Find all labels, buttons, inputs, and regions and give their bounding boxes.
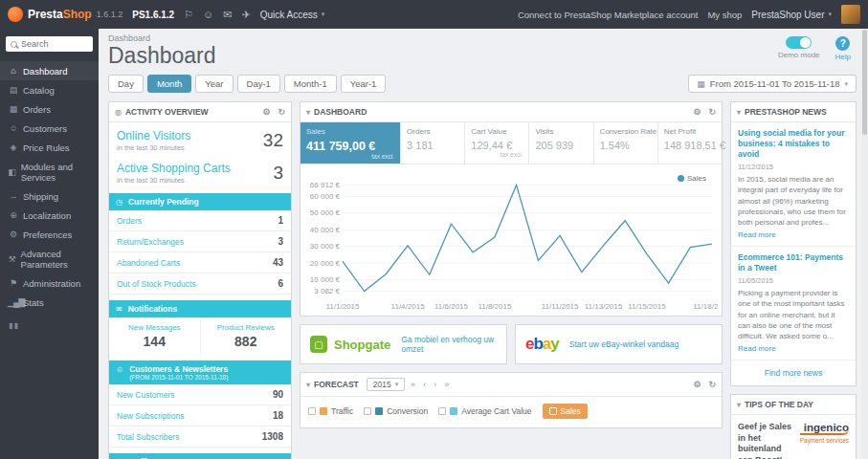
my-shop-link[interactable]: My shop [707,10,742,20]
sidebar-item-modules[interactable]: ◧Modules and Services [0,157,99,186]
scrollbar[interactable] [861,29,868,459]
ebay-letter: b [533,335,542,353]
sidebar-item-shipping[interactable]: →Shipping [0,186,99,206]
row-link[interactable]: Return/Exchanges [117,237,184,247]
kpi-tab-net-profit[interactable]: Net Profit 148 918,51 € [658,122,722,164]
filter-month-1-button[interactable]: Month-1 [284,75,337,93]
find-more-news-link[interactable]: Find more news [731,361,856,385]
prestashop-logo[interactable]: PrestaShop 1.6.1.2 [8,7,122,22]
quick-access-label: Quick Access [260,10,318,20]
marketplace-link[interactable]: Connect to PrestaShop Marketplace accoun… [518,10,699,20]
row-link[interactable]: Orders [117,216,142,226]
online-visitors-link[interactable]: Online Visitors [117,129,190,142]
ebay-promo-link[interactable]: Start uw eBay-winkel vandaag [569,339,679,349]
active-carts-link[interactable]: Active Shopping Carts [117,162,231,175]
tips-of-the-day-panel: ▾ TIPS OF THE DAY Geef je Sales in het b… [730,394,857,459]
filter-year-button[interactable]: Year [195,75,233,93]
sidebar-item-label: Shipping [23,191,58,202]
user-avatar[interactable] [841,5,860,24]
row-value: 1 [278,215,283,226]
sidebar-item-catalog[interactable]: ▤Catalog [0,80,99,99]
user-menu[interactable]: PrestaShop User ▾ [751,10,832,20]
forecast-legend-traffic[interactable]: Traffic [308,406,353,416]
read-more-link[interactable]: Read more [738,230,776,239]
forecast-legend-conversion[interactable]: Conversion [364,406,428,416]
shop-icon[interactable]: ⚐ [184,9,193,21]
messages-icon[interactable]: ✉ [223,9,232,21]
legend-label: Traffic [331,406,353,416]
user-menu-label: PrestaShop User [751,10,824,20]
filter-month-button[interactable]: Month [147,75,191,93]
sidebar-item-orders[interactable]: ▦Orders [0,99,99,119]
quick-access-menu[interactable]: Quick Access ▾ [260,10,325,20]
sidebar-item-administration[interactable]: ⚑Administration [0,273,99,293]
news-article-title[interactable]: Using social media for your business: 4 … [738,128,849,160]
product-reviews-cell[interactable]: Product Reviews 882 [201,317,292,355]
svg-text:11/18/2015: 11/18/2015 [693,302,718,311]
refresh-icon[interactable]: ↻ [708,380,716,389]
new-messages-cell[interactable]: New Messages 144 [109,317,201,355]
catalog-icon: ▤ [8,85,18,95]
shopgate-promo-link[interactable]: Ga mobiel en verhoog uw omzet [401,335,497,354]
sidebar-item-dashboard[interactable]: ⌂Dashboard [0,61,99,80]
chevron-down-icon: ▾ [828,11,832,18]
price-tag-icon: ◈ [8,142,18,152]
forecast-legend-average-cart-value[interactable]: Average Cart Value [438,406,531,416]
first-page-button[interactable]: « [409,380,417,389]
date-range-picker[interactable]: ▦ From 2015-11-01 To 2015-11-18 ▾ [688,75,857,93]
sidebar-collapse-button[interactable]: ▮▮ [0,312,99,339]
row-link[interactable]: New Subscriptions [117,411,184,421]
sidebar-item-advanced-parameters[interactable]: ⚒Advanced Parameters [0,244,99,273]
forecast-legend-sales[interactable]: Sales [543,404,588,419]
sidebar-item-localization[interactable]: ⊕Localization [0,206,99,225]
help-label[interactable]: Help [835,53,851,61]
kpi-tab-cart-value[interactable]: Cart Value 129,44 € tax excl. [465,122,529,164]
filter-day-button[interactable]: Day [108,75,144,93]
search-icon [11,41,17,48]
kpi-tab-visits[interactable]: Visits 205 939 [529,122,593,164]
breadcrumb[interactable]: Dashboard [108,33,216,43]
kpi-tab-conversion-rate[interactable]: Conversion Rate 1.54% [594,122,658,164]
sidebar-item-preferences[interactable]: ⚙Preferences [0,225,99,244]
refresh-icon[interactable]: ↻ [708,107,716,117]
filter-day-1-button[interactable]: Day-1 [237,75,280,93]
settings-gear-icon[interactable]: ⚙ [693,107,701,117]
sidebar-item-stats[interactable]: ▁▄▇Stats [0,293,99,312]
filter-year-1-button[interactable]: Year-1 [341,75,387,93]
sales-line-chart[interactable]: 66 912 €60 000 €50 000 €40 000 €30 000 €… [304,172,718,316]
kpi-tab-orders[interactable]: Orders 3 181 [401,122,465,164]
svg-text:11/13/2015: 11/13/2015 [585,302,623,311]
sidebar-item-label: Localization [23,210,71,221]
row-link[interactable]: Out of Stock Products [117,279,196,289]
read-more-link[interactable]: Read more [738,344,776,353]
help-icon[interactable]: ? [835,36,850,51]
row-link[interactable]: New Customers [117,390,174,400]
sidebar-item-price-rules[interactable]: ◈Price Rules [0,138,99,157]
demo-mode-toggle[interactable] [786,36,812,49]
kpi-tab-sales[interactable]: Sales 411 759,00 € tax excl. [300,122,401,164]
forecast-year-select[interactable]: 2015 ▾ [367,378,405,391]
shopgate-brand: Shopgate [334,338,390,352]
row-link[interactable]: Total Subscribers [117,432,179,442]
scrollbar-thumb[interactable] [862,30,867,135]
news-article-date: 11/05/2015 [738,276,849,285]
pending-row-out-of-stock: Out of Stock Products6 [109,273,291,295]
shop-name-link[interactable]: PS1.6.1.2 [132,10,174,20]
onboarding-rocket-icon[interactable]: ✈ [241,9,250,21]
next-button[interactable]: › [432,380,438,389]
last-page-button[interactable]: » [442,380,451,389]
sidebar-item-customers[interactable]: ☺Customers [0,119,99,138]
svg-text:11/11/2015: 11/11/2015 [542,302,579,311]
sidebar-item-label: Preferences [23,230,72,240]
previous-button[interactable]: ‹ [421,380,428,389]
row-link[interactable]: Abandoned Carts [117,258,180,268]
svg-text:11/4/2015: 11/4/2015 [391,302,426,311]
sidebar-search [6,36,93,52]
settings-gear-icon[interactable]: ⚙ [262,107,270,117]
customers-icon: ☺ [8,123,18,133]
customers-icon[interactable]: ☺ [203,9,213,20]
refresh-icon[interactable]: ↻ [278,107,285,117]
news-article-title[interactable]: Ecommerce 101: Payments in a Tweet [738,252,849,273]
settings-gear-icon[interactable]: ⚙ [693,380,701,389]
search-input[interactable] [21,39,88,49]
